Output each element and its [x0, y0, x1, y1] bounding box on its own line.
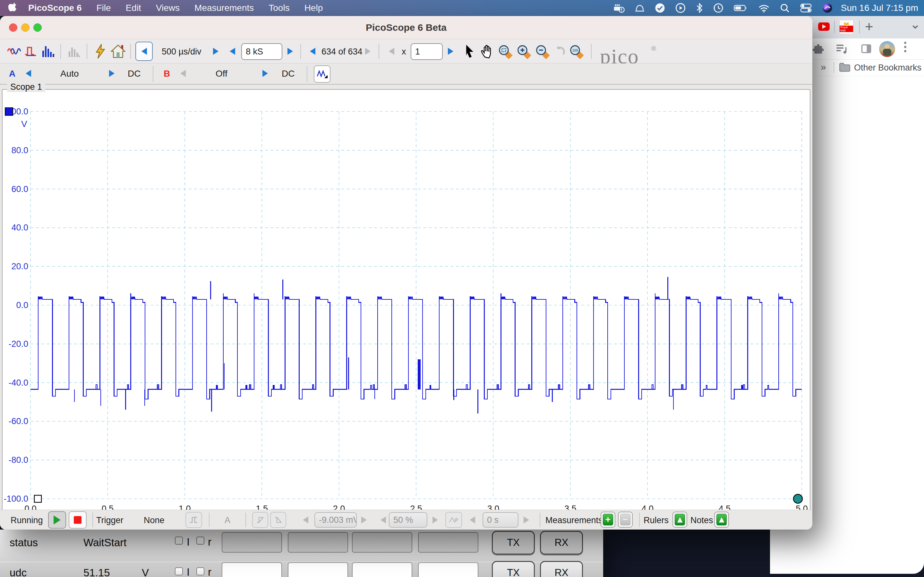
- scope-tab-label[interactable]: Scope 1: [7, 82, 45, 92]
- menu-tools[interactable]: Tools: [268, 3, 289, 13]
- pretrigger-increase-arrow[interactable]: [433, 516, 438, 524]
- samples-field[interactable]: 8 kS: [241, 43, 282, 60]
- square-wave-view-icon[interactable]: [24, 45, 37, 58]
- autosetup-icon[interactable]: [94, 44, 107, 59]
- buffer-next-arrow[interactable]: [365, 48, 371, 55]
- pretrigger-field[interactable]: 50 %: [389, 512, 427, 528]
- value-field[interactable]: [418, 532, 478, 553]
- menu-edit[interactable]: Edit: [126, 3, 141, 13]
- youtube-tab-icon[interactable]: [818, 23, 830, 31]
- channel-a-range-up-arrow[interactable]: [109, 70, 115, 77]
- docker-icon[interactable]: [613, 3, 625, 13]
- siri-icon[interactable]: [822, 3, 833, 13]
- trigger-marker-button[interactable]: [445, 512, 462, 528]
- timebase-decrease-button[interactable]: [136, 42, 153, 61]
- menu-views[interactable]: Views: [156, 3, 180, 13]
- checkbox-i[interactable]: [175, 537, 183, 545]
- channel-a-coupling[interactable]: DC: [128, 69, 141, 79]
- threshold-decrease-arrow[interactable]: [303, 516, 309, 524]
- samples-decrease-arrow[interactable]: [230, 48, 235, 55]
- pan-hand-icon[interactable]: [481, 44, 494, 58]
- spotlight-icon[interactable]: [780, 3, 790, 13]
- zoom-decrease-arrow[interactable]: [389, 48, 394, 55]
- samples-increase-arrow[interactable]: [288, 48, 293, 55]
- pretrigger-decrease-arrow[interactable]: [381, 516, 386, 524]
- close-button[interactable]: [9, 23, 17, 32]
- trigger-mode[interactable]: None: [144, 516, 165, 525]
- trigger-edge-button[interactable]: [186, 512, 202, 528]
- channel-b-range-down-arrow[interactable]: [180, 70, 186, 77]
- threshold-increase-arrow[interactable]: [361, 516, 367, 524]
- apple-menu-icon[interactable]: [8, 3, 17, 13]
- royal-mail-tab-icon[interactable]: Royal Mail: [839, 20, 853, 34]
- value-field[interactable]: [222, 532, 282, 553]
- app-menu-title[interactable]: PicoScope 6: [28, 3, 82, 13]
- buffer-previous-arrow[interactable]: [310, 48, 315, 55]
- wifi-icon[interactable]: [758, 3, 770, 13]
- value-field[interactable]: [352, 562, 412, 577]
- zoom-out-icon[interactable]: [535, 44, 550, 59]
- profile-avatar[interactable]: [879, 41, 895, 57]
- zoom-100-icon[interactable]: 100: [569, 44, 584, 59]
- time-machine-icon[interactable]: [713, 3, 724, 13]
- value-field[interactable]: [288, 532, 348, 553]
- minimize-button[interactable]: [21, 23, 29, 32]
- timebase-increase-arrow[interactable]: [213, 48, 218, 55]
- menu-help[interactable]: Help: [304, 3, 323, 13]
- waveform-properties-button[interactable]: [314, 65, 330, 83]
- alfred-icon[interactable]: [635, 3, 645, 13]
- zoom-button[interactable]: [33, 23, 42, 32]
- zoom-marquee-icon[interactable]: [498, 44, 513, 59]
- other-bookmarks-label[interactable]: Other Bookmarks: [854, 63, 921, 73]
- rx-button[interactable]: RX: [540, 531, 583, 554]
- tab-search-chevron-icon[interactable]: ⌄: [910, 17, 921, 31]
- bluetooth-icon[interactable]: [696, 3, 703, 13]
- value-field[interactable]: [352, 532, 412, 553]
- value-field[interactable]: [288, 562, 348, 577]
- scope-plot[interactable]: 100.080.060.040.020.00.0-20.0-40.0-60.0-…: [3, 90, 810, 510]
- spectrum-view-icon[interactable]: [41, 44, 55, 58]
- checkbox-r[interactable]: [196, 567, 204, 575]
- delay-increase-arrow[interactable]: [523, 516, 529, 524]
- add-measurement-button[interactable]: +: [601, 512, 615, 528]
- delay-field[interactable]: 0 s: [483, 512, 519, 528]
- home-icon[interactable]: [110, 44, 126, 59]
- channel-b-range-up-arrow[interactable]: [262, 70, 268, 77]
- cursor-icon[interactable]: [465, 44, 475, 58]
- value-field[interactable]: [418, 562, 478, 577]
- playlist-icon[interactable]: [835, 44, 848, 55]
- checkbox-r[interactable]: [196, 537, 204, 545]
- play-circle-icon[interactable]: [675, 3, 686, 13]
- value-field[interactable]: [222, 562, 282, 577]
- puzzle-icon[interactable]: [813, 43, 825, 55]
- trigger-source[interactable]: A: [225, 516, 230, 525]
- channel-b-coupling[interactable]: DC: [282, 69, 294, 79]
- notes-button[interactable]: ▲: [714, 512, 729, 528]
- rising-edge-button[interactable]: [252, 512, 268, 528]
- zoom-increase-arrow[interactable]: [448, 48, 453, 55]
- scope-view-icon[interactable]: [7, 45, 21, 58]
- tx-button[interactable]: TX: [492, 561, 535, 577]
- checkbox-i[interactable]: [175, 567, 183, 575]
- bookmarks-overflow-chevrons[interactable]: »: [821, 61, 826, 73]
- zoom-factor-field[interactable]: 1: [411, 43, 443, 60]
- falling-edge-button[interactable]: [270, 512, 286, 528]
- rulers-button[interactable]: ▲: [672, 512, 687, 528]
- threshold-field[interactable]: -9.003 mV: [314, 512, 357, 528]
- stop-button[interactable]: [69, 511, 87, 529]
- remove-measurement-button[interactable]: −: [618, 512, 633, 528]
- channel-a-range-down-arrow[interactable]: [26, 70, 31, 77]
- undo-zoom-icon[interactable]: [554, 45, 567, 58]
- channel-b-range[interactable]: Off: [216, 69, 228, 79]
- persistence-view-icon[interactable]: [67, 44, 81, 58]
- control-center-icon[interactable]: [800, 3, 812, 13]
- start-button[interactable]: [48, 511, 66, 529]
- menu-measurements[interactable]: Measurements: [194, 3, 254, 13]
- tx-button[interactable]: TX: [492, 531, 535, 554]
- new-tab-button[interactable]: +: [865, 19, 873, 35]
- channel-a-range[interactable]: Auto: [60, 69, 79, 79]
- battery-icon[interactable]: [734, 3, 748, 13]
- zoom-in-icon[interactable]: [517, 44, 531, 59]
- menu-bar-clock[interactable]: Sun 16 Jul 7:15 pm: [841, 3, 918, 13]
- delay-decrease-arrow[interactable]: [470, 516, 475, 524]
